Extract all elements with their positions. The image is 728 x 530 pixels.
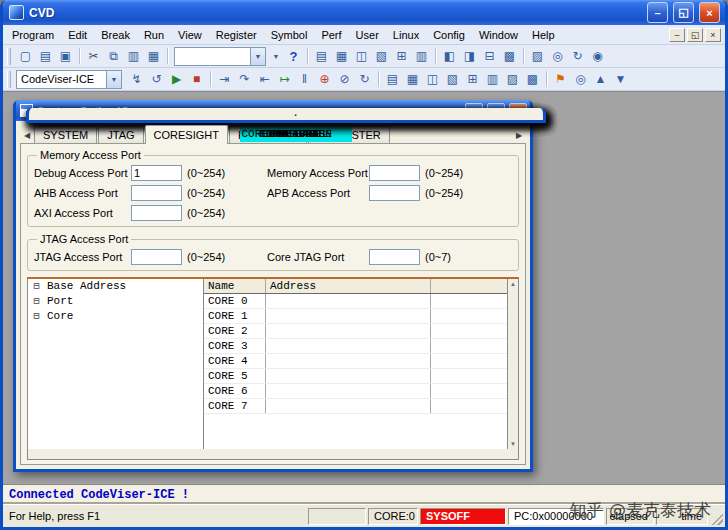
tab-scroll-left-icon[interactable] [20, 128, 34, 143]
menu-item[interactable]: Edit [61, 25, 94, 44]
memory-view-icon[interactable]: ▦ [332, 47, 351, 66]
watch-view-icon[interactable]: ▧ [372, 47, 391, 66]
collapse-icon[interactable]: ⊟ [31, 279, 42, 294]
ahb-access-port-input[interactable] [131, 185, 182, 201]
table-row[interactable]: CORE 2 [204, 324, 507, 339]
table-header[interactable]: Name Address [204, 279, 507, 294]
split-window-icon[interactable]: ⊟ [480, 47, 499, 66]
step-over-icon[interactable]: ↷ [235, 70, 254, 89]
target-config-icon[interactable]: ◎ [548, 47, 567, 66]
table-row[interactable]: CORE 5 [204, 369, 507, 384]
paste-icon[interactable]: ▥ [124, 47, 143, 66]
symbol-view-icon[interactable]: ⊞ [392, 47, 411, 66]
connect-icon[interactable]: ↯ [127, 70, 146, 89]
command-window-icon[interactable]: ▥ [483, 70, 502, 89]
symbol-window-icon[interactable]: ⊞ [463, 70, 482, 89]
watch-window-icon[interactable]: ▧ [443, 70, 462, 89]
table-row[interactable]: CORE 7 [204, 399, 507, 414]
debug-access-port-input[interactable] [131, 165, 182, 181]
dropdown-arrow-icon[interactable] [269, 47, 283, 66]
copy-icon[interactable]: ⧉ [104, 47, 123, 66]
restart-icon[interactable]: ↻ [355, 70, 374, 89]
menu-item[interactable]: Program [5, 25, 61, 44]
apb-access-port-input[interactable] [369, 185, 420, 201]
reset-icon[interactable]: ↺ [147, 70, 166, 89]
menu-item[interactable]: Help [525, 25, 562, 44]
core-jtag-port-input[interactable] [369, 249, 420, 265]
menu-item[interactable]: Symbol [264, 25, 315, 44]
tab-system[interactable]: SYSTEM [34, 126, 97, 143]
horizontal-scrollbar[interactable] [27, 449, 519, 460]
tab-coresight[interactable]: CORESIGHT [145, 125, 228, 144]
toolbar-grip[interactable] [7, 48, 11, 65]
menu-item[interactable]: View [171, 25, 209, 44]
dump-window-icon[interactable]: ▦ [403, 70, 422, 89]
menu-item[interactable]: Break [94, 25, 137, 44]
register-window-icon[interactable]: ◫ [423, 70, 442, 89]
register-view-icon[interactable]: ◫ [352, 47, 371, 66]
axi-access-port-input[interactable] [131, 205, 182, 221]
breakpoint-set-icon[interactable]: ⊕ [315, 70, 334, 89]
halt-icon[interactable]: ‖ [295, 70, 314, 89]
run-to-cursor-icon[interactable]: ↦ [275, 70, 294, 89]
symbol-combo[interactable] [174, 47, 266, 66]
tree-section-core[interactable]: ⊟ Core [28, 309, 203, 324]
table-row[interactable]: CORE 3 [204, 339, 507, 354]
memory-access-port-input[interactable] [369, 165, 420, 181]
table-row[interactable]: CORE 0 [204, 294, 507, 309]
vertical-scrollbar[interactable] [507, 279, 518, 449]
stop-icon[interactable]: ■ [187, 70, 206, 89]
tree-section-base-address[interactable]: ⊟ Base Address [28, 279, 203, 294]
table-row[interactable]: CORE 1 [204, 309, 507, 324]
chevron-down-icon[interactable] [250, 48, 265, 65]
refresh-icon[interactable]: ↻ [568, 47, 587, 66]
step-into-icon[interactable]: ⇥ [215, 70, 234, 89]
chevron-down-icon[interactable] [106, 71, 121, 88]
resize-grip[interactable] [710, 512, 723, 525]
flag-icon[interactable]: ⚑ [551, 70, 570, 89]
trace-window-icon[interactable]: ▨ [503, 70, 522, 89]
cascade-windows-icon[interactable]: ◧ [440, 47, 459, 66]
step-out-icon[interactable]: ⇤ [255, 70, 274, 89]
menu-item[interactable]: Perf [314, 25, 348, 44]
column-header-name[interactable]: Name [204, 279, 266, 293]
menu-item[interactable]: Config [426, 25, 472, 44]
table-row[interactable]: CORE 6 [204, 384, 507, 399]
terminal-window-icon[interactable]: ▩ [523, 70, 542, 89]
layout-icon[interactable]: ▩ [500, 47, 519, 66]
help-icon[interactable]: ? [284, 47, 303, 66]
mdi-restore-button[interactable]: ◱ [687, 28, 703, 42]
mdi-close-button[interactable]: × [705, 28, 721, 42]
collapse-icon[interactable]: ⊟ [31, 309, 42, 324]
jtag-access-port-input[interactable] [131, 249, 182, 265]
stack-view-icon[interactable]: ▥ [412, 47, 431, 66]
open-folder-icon[interactable]: ▤ [36, 47, 55, 66]
code-window-icon[interactable]: ▤ [383, 70, 402, 89]
tree-section-port[interactable]: ⊟ Port [28, 294, 203, 309]
save-icon[interactable]: ▣ [56, 47, 75, 66]
tab-jtag[interactable]: JTAG [98, 126, 143, 143]
print-icon[interactable]: ▦ [144, 47, 163, 66]
menu-item[interactable]: Window [472, 25, 525, 44]
table-row[interactable]: CORE 4 [204, 354, 507, 369]
breakpoint-clear-icon[interactable]: ⊘ [335, 70, 354, 89]
menu-item[interactable]: Run [137, 25, 171, 44]
target-combo[interactable]: CodeViser-ICE [16, 70, 122, 89]
source-view-icon[interactable]: ▤ [312, 47, 331, 66]
title-bar[interactable]: CVD – ◱ × [3, 0, 725, 25]
restore-button[interactable]: ◱ [673, 2, 694, 23]
down-icon[interactable]: ▼ [611, 70, 630, 89]
collapse-icon[interactable]: ⊟ [31, 294, 42, 309]
mdi-minimize-button[interactable]: – [669, 28, 685, 42]
menu-item[interactable]: Register [209, 25, 264, 44]
menu-item[interactable]: Linux [386, 25, 426, 44]
minimize-button[interactable]: – [647, 2, 668, 23]
cut-icon[interactable]: ✂ [84, 47, 103, 66]
up-icon[interactable]: ▲ [591, 70, 610, 89]
menu-item[interactable]: User [349, 25, 386, 44]
toolbar-grip[interactable] [7, 71, 11, 88]
options-icon[interactable]: ▨ [528, 47, 547, 66]
tile-windows-icon[interactable]: ◨ [460, 47, 479, 66]
go-icon[interactable]: ▶ [167, 70, 186, 89]
column-header-address[interactable]: Address [266, 279, 431, 293]
